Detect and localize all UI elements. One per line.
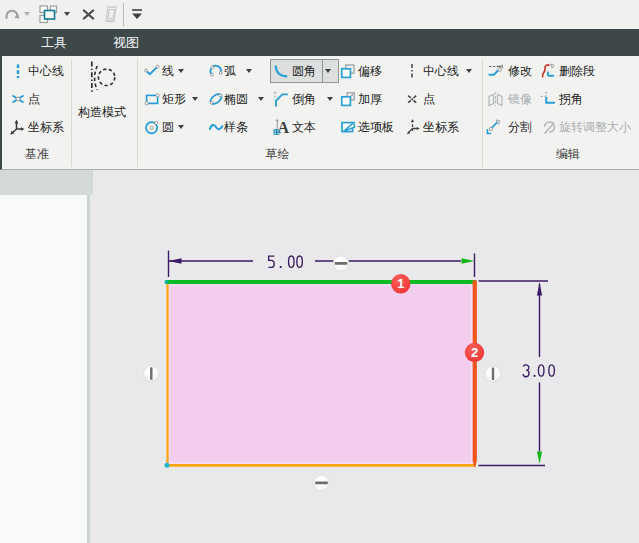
svg-text:2: 2 bbox=[471, 345, 478, 360]
svg-text:1: 1 bbox=[397, 276, 404, 291]
